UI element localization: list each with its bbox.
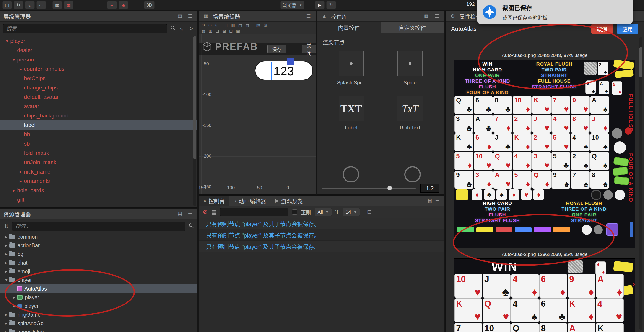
rotate-tool-button[interactable]: ↻ xyxy=(14,1,23,9)
hierarchy-node-gift[interactable]: gift xyxy=(0,195,197,204)
search-input[interactable] xyxy=(3,24,167,33)
anchor-gizmo[interactable] xyxy=(287,58,294,65)
expand-arrow[interactable]: ▸ xyxy=(4,321,9,326)
expand-arrow[interactable]: ▸ xyxy=(18,169,24,174)
log-filter-input[interactable] xyxy=(220,208,288,216)
align-center-icon[interactable]: ▥ xyxy=(231,22,235,27)
stretch-h-icon[interactable]: ⊞ xyxy=(209,28,212,34)
align-left-icon[interactable]: ▯ xyxy=(225,22,228,27)
asset-chat[interactable]: ▸chat xyxy=(0,258,197,267)
save-prefab-button[interactable]: 保存 xyxy=(268,45,286,53)
refresh-preview-button[interactable]: ↻ xyxy=(326,1,336,9)
menu-icon[interactable]: ☰ xyxy=(186,210,194,218)
menu-icon[interactable]: ☰ xyxy=(305,12,312,20)
browser-dropdown[interactable]: 浏览器 ▼ xyxy=(280,1,304,9)
hierarchy-node-sb[interactable]: sb xyxy=(0,139,197,148)
expand-arrow[interactable]: ▸ xyxy=(4,312,9,317)
hierarchy-node-betChips[interactable]: betChips xyxy=(0,74,197,83)
expand-arrow[interactable]: ▸ xyxy=(11,304,17,309)
asset-AutoAtlas[interactable]: AutoAtlas xyxy=(0,284,197,293)
zoom-reset-icon[interactable]: ⊙ xyxy=(215,22,219,27)
cancel-button[interactable]: 取消 xyxy=(591,24,613,34)
widget-rich-text[interactable]: TxTRich Text xyxy=(398,96,422,131)
layout-icon[interactable]: ▦ xyxy=(176,210,184,218)
asset-bg[interactable]: ▸bg xyxy=(0,250,197,258)
gizmo-button[interactable]: ▰ xyxy=(107,1,117,9)
popout-icon[interactable]: ⊡ xyxy=(367,209,372,215)
hierarchy-node-avatar[interactable]: avatar xyxy=(0,102,197,111)
asset-zoomPoker[interactable]: ▸zoomPoker xyxy=(0,328,197,332)
slider-handle[interactable] xyxy=(388,186,392,190)
hierarchy-node-change_chips[interactable]: change_chips xyxy=(0,83,197,92)
stretch-v-icon[interactable]: ⊟ xyxy=(216,28,219,34)
play-button[interactable]: ▶ xyxy=(315,1,324,9)
align-right-icon[interactable]: ▤ xyxy=(238,22,242,27)
menu-icon[interactable]: ☰ xyxy=(434,197,441,204)
layout-icon[interactable]: ▦ xyxy=(176,12,184,20)
font-size-dropdown[interactable]: 14 ▼ xyxy=(343,208,360,216)
hierarchy-node-fold_mask[interactable]: fold_mask xyxy=(0,148,197,158)
asset-actionBar[interactable]: ▸actionBar xyxy=(0,241,197,250)
3d-toggle-button[interactable]: 3D xyxy=(144,1,154,9)
expand-arrow[interactable]: ▾ xyxy=(4,278,9,283)
hierarchy-node-default_avatar[interactable]: default_avatar xyxy=(0,92,197,102)
expand-all-icon[interactable]: ↔ xyxy=(178,26,186,32)
expand-arrow[interactable]: ▸ xyxy=(4,330,9,332)
mask-widget-icon[interactable] xyxy=(343,166,359,183)
search-icon[interactable] xyxy=(188,223,194,230)
hierarchy-node-counter_annulus[interactable]: ▸counter_annulus xyxy=(0,64,197,74)
hierarchy-node-nick_name[interactable]: ▸nick_name xyxy=(0,167,197,176)
grid-snap-button[interactable]: ▦ xyxy=(52,1,62,9)
pixel-grid-button[interactable]: ▦ xyxy=(64,1,74,9)
expand-arrow[interactable]: ▾ xyxy=(4,38,10,44)
scrollbar[interactable] xyxy=(639,37,642,330)
menu-icon[interactable]: ☰ xyxy=(186,12,194,20)
hierarchy-node-unJoin_mask[interactable]: unJoin_mask xyxy=(0,158,197,167)
move-tool-button[interactable]: ↔ xyxy=(25,1,35,9)
refresh-icon[interactable]: ↻ xyxy=(188,26,194,32)
asset-ringGame[interactable]: ▸ringGame xyxy=(0,310,197,319)
expand-arrow[interactable]: ▸ xyxy=(4,252,9,257)
expand-arrow[interactable]: ▸ xyxy=(4,260,9,265)
scene-canvas[interactable]: 保存 关闭 PREFAB 123 -50-100-150-200-250-150… xyxy=(199,34,316,194)
expand-arrow[interactable]: ▸ xyxy=(11,188,17,193)
expand-arrow[interactable]: ▸ xyxy=(4,243,9,248)
apply-button[interactable]: 应用 xyxy=(617,24,638,34)
expand-arrow[interactable]: ▸ xyxy=(4,269,9,274)
search-icon[interactable] xyxy=(170,25,176,32)
hierarchy-node-show_cards[interactable]: ▸show_cards xyxy=(0,204,197,207)
asset-player[interactable]: ▸player xyxy=(0,302,197,310)
sort-icon[interactable]: ⇅ xyxy=(3,223,10,229)
asset-player[interactable]: ▸player xyxy=(0,293,197,302)
hierarchy-node-label[interactable]: label xyxy=(0,120,197,130)
collapse-log-icon[interactable]: ▤ xyxy=(212,209,217,215)
widget-label[interactable]: TXTLabel xyxy=(339,96,364,131)
distribute-h-icon[interactable]: ▧ xyxy=(256,22,260,27)
hierarchy-node-player[interactable]: ▾player xyxy=(0,36,197,45)
widget-splash-spr---[interactable]: Splash Spr... xyxy=(337,51,366,86)
layout-icon[interactable]: ▦ xyxy=(426,197,434,204)
asset-emoji[interactable]: ▸emoji xyxy=(0,267,197,276)
record-button[interactable]: ◉ xyxy=(118,1,128,9)
layout-icon[interactable]: ▦ xyxy=(422,12,430,20)
rect-tool-button[interactable]: ▭ xyxy=(36,1,46,9)
expand-arrow[interactable]: ▸ xyxy=(11,206,17,208)
pivot-icon[interactable]: ▣ xyxy=(236,28,240,34)
hierarchy-node-hole_cards[interactable]: ▸hole_cards xyxy=(0,185,197,195)
scrollbar-thumb[interactable] xyxy=(193,36,196,159)
zoom-slider[interactable] xyxy=(322,188,416,189)
menu-icon[interactable]: ☰ xyxy=(433,12,441,20)
tab-game-preview[interactable]: ▶ 游戏预览 xyxy=(271,195,308,206)
size-match-icon[interactable]: ⊠ xyxy=(222,28,226,34)
scrollbar[interactable] xyxy=(193,36,196,206)
align-top-icon[interactable]: ▦ xyxy=(246,22,250,27)
expand-arrow[interactable]: ▾ xyxy=(11,57,17,62)
asset-common[interactable]: ▸common xyxy=(0,232,197,241)
align-bottom-icon[interactable]: ▩ xyxy=(201,28,206,34)
tab-animation-editor[interactable]: ≈ 动画编辑器 xyxy=(230,195,271,206)
clear-log-icon[interactable]: ⊘ xyxy=(203,208,208,215)
tab-console[interactable]: » 控制台 xyxy=(199,195,230,206)
expand-arrow[interactable]: ▸ xyxy=(18,178,24,184)
close-prefab-button[interactable]: 关闭 xyxy=(302,45,316,53)
hierarchy-node-ornaments[interactable]: ▸ornaments xyxy=(0,176,197,185)
